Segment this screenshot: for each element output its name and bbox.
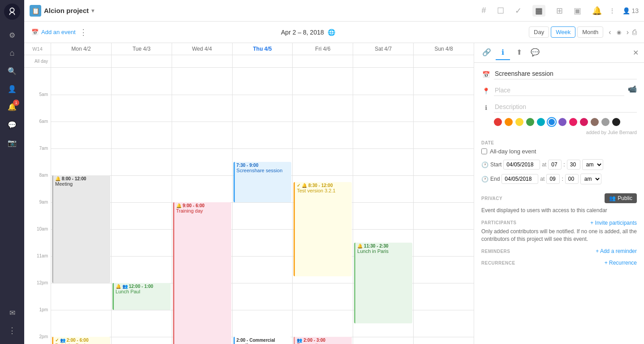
day-col-fri[interactable]: ✓ 🔔 8:30 - 12:00 Test version 3.2.1 👥 2:… [293,68,353,344]
end-minute-input[interactable] [565,174,579,184]
description-input[interactable] [494,101,637,113]
start-ampm-select[interactable]: am pm [582,159,603,170]
sidebar-item-notifications[interactable]: 🔔 1 [4,99,20,115]
event-training-day[interactable]: 🔔 9:00 - 6:00 Training day [173,202,231,344]
event-title-input[interactable] [494,68,637,79]
day-col-thu[interactable]: 7:30 - 9:00 Screenshare session 2:00 - C… [233,68,293,344]
public-button[interactable]: 👥 Public [605,193,637,203]
end-ampm-select[interactable]: am pm [580,174,601,184]
color-black[interactable] [612,118,620,126]
day-col-tue[interactable]: 🔔 👥 12:00 - 1:00 Lunch Paul [112,68,172,344]
nav-grid[interactable]: ⊞ [556,6,563,16]
color-brown[interactable] [591,118,599,126]
event-lunch-paul[interactable]: 🔔 👥 12:00 - 1:00 Lunch Paul [112,283,171,310]
end-at-label: at [540,176,545,182]
recurrence-button[interactable]: + Recurrence [605,260,637,266]
clock-icon-end: 🕐 [481,176,488,183]
panel-tab-info[interactable]: ℹ [496,46,510,60]
sidebar-item-video[interactable]: 📷 [4,135,20,151]
day-header-sun: Sun 4/8 [414,43,474,55]
sidebar-item-chat[interactable]: 💬 [4,117,20,133]
sidebar-item-more[interactable]: ⋮ [4,322,20,339]
day-header-thu: Thu 4/5 [233,43,293,55]
panel-tab-share[interactable]: ⬆ [512,46,526,60]
color-green[interactable] [526,118,534,126]
clock-icon: 🕐 [481,161,488,168]
video-icon[interactable]: 📹 [628,85,637,93]
color-magenta[interactable] [580,118,588,126]
time-10am: 10am [24,226,51,231]
app-logo[interactable] [4,4,20,20]
place-input[interactable] [494,85,624,96]
end-date-input[interactable] [501,174,538,184]
calendar-icon: 📅 [481,68,490,78]
event-prospecting[interactable]: 👥 2:00 - 3:00 Prospecting [294,337,352,344]
color-purple[interactable] [558,118,566,126]
panel-tab-chat[interactable]: 💬 [528,46,542,60]
topbar: 📋 Alcion project ▾ # ☐ ✓ ▦ ⊞ ▣ 🔔 ⋮ 👤 13 [24,0,644,22]
panel-tab-link[interactable]: 🔗 [480,46,494,60]
event-test-version[interactable]: ✓ 🔔 8:30 - 12:00 Test version 3.2.1 [294,182,352,276]
day-col-wed[interactable]: 🔔 9:00 - 6:00 Training day [172,68,233,344]
color-pink[interactable] [569,118,577,126]
nav-hashtag[interactable]: # [482,6,486,15]
color-red[interactable] [494,118,502,126]
day-col-sat[interactable]: 🔔 11:30 - 2:30 Lunch in Paris [353,68,414,344]
view-week-button[interactable]: Week [551,26,575,38]
day-col-mon[interactable]: 🔔 8:00 - 12:00 Meeting ✓ 👥 2:00 - 6:00 B… [51,68,112,344]
sidebar-item-settings[interactable]: ⚙ [4,27,20,43]
sidebar-item-home[interactable]: ⌂ [4,45,20,61]
nav-calendar[interactable]: ▦ [532,5,545,17]
print-button[interactable]: ⎙ [632,28,637,36]
nav-bell[interactable]: 🔔 [592,6,602,16]
calendar-nav: ‹ ◉ › [607,27,631,37]
color-gray[interactable] [601,118,609,126]
start-minute-input[interactable] [567,160,580,170]
day-col-sun[interactable]: 🔔 3:00 - 5:00 Paris - NYC Flight [414,68,474,344]
allday-sun [414,55,474,67]
allday-sat [353,55,414,67]
color-orange[interactable] [505,118,513,126]
nav-check[interactable]: ✓ [515,6,522,16]
add-reminder-button[interactable]: + Add a reminder [596,248,637,254]
topbar-info[interactable]: ⋮ [609,7,615,14]
sidebar-item-mail[interactable]: ✉ [4,305,20,321]
nav-chart[interactable]: ▣ [574,6,581,16]
privacy-label: PRIVACY [481,196,605,201]
topbar-user[interactable]: 👤 13 [622,7,639,14]
event-time: 7:30 - 9:00 [237,163,290,168]
participants-section: PARTICIPANTS + Invite participants [481,220,637,226]
event-time: 🔔 9:00 - 6:00 [176,203,229,208]
allday-checkbox-label[interactable]: All-day long event [490,148,536,155]
event-meeting[interactable]: 🔔 8:00 - 12:00 Meeting [52,175,110,283]
add-event-button[interactable]: 📅 Add an event [31,29,76,35]
timezone-globe-icon[interactable]: 🌐 [328,29,335,36]
nav-prev-button[interactable]: ‹ [607,27,613,37]
project-dropdown-chevron[interactable]: ▾ [91,8,94,14]
color-picker [481,118,637,126]
toolbar-more-button[interactable]: ⋮ [79,27,87,37]
invite-participants-button[interactable]: + Invite participants [590,220,637,226]
event-commercial-meeting[interactable]: 2:00 - Commercial meeting [233,337,292,344]
start-hour-input[interactable] [548,160,562,170]
sidebar-item-search[interactable]: 🔍 [4,63,20,79]
color-teal[interactable] [537,118,545,126]
color-blue[interactable] [548,118,556,126]
nav-today-button[interactable]: ◉ [615,28,623,36]
nav-next-button[interactable]: › [625,27,631,37]
nav-file[interactable]: ☐ [497,6,504,16]
view-month-button[interactable]: Month [577,26,603,38]
calendar-area: W14 Mon 4/2 Tue 4/3 Wed 4/4 Thu 4/5 Fri … [24,43,644,344]
view-day-button[interactable]: Day [529,26,549,38]
event-lunch-paris[interactable]: 🔔 11:30 - 2:30 Lunch in Paris [354,243,412,323]
end-hour-input[interactable] [546,174,560,184]
sidebar-item-contact[interactable]: 👤 [4,81,20,97]
start-date-input[interactable] [503,160,540,170]
calendar-body-inner: 5am 6am 7am 8am 9am 10am 11am 12pm 1pm 2… [24,68,474,344]
event-build-business[interactable]: ✓ 👥 2:00 - 6:00 Build the Business Model [52,337,110,344]
time-9am: 9am [24,200,51,205]
event-screenshare[interactable]: 7:30 - 9:00 Screenshare session [233,162,292,202]
color-yellow[interactable] [515,118,523,126]
allday-checkbox[interactable] [481,148,487,154]
panel-close-button[interactable]: ✕ [633,48,639,57]
